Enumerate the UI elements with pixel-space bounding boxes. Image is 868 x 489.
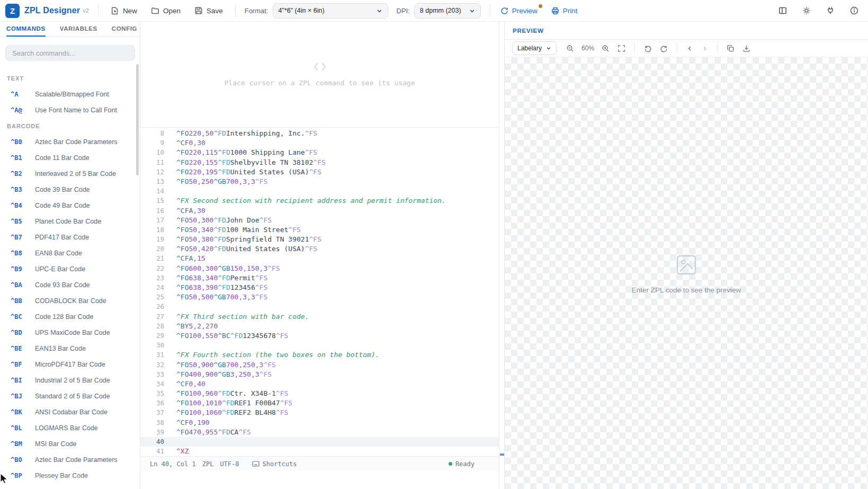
shortcuts-button[interactable]: Shortcuts bbox=[252, 460, 297, 468]
command-item[interactable]: ^AScalable/Bitmapped Font bbox=[0, 86, 140, 102]
command-item[interactable]: ^BJStandard 2 of 5 Bar Code bbox=[0, 388, 140, 404]
new-button[interactable]: New bbox=[108, 4, 140, 17]
command-item[interactable]: ^BPPlessey Bar Code bbox=[0, 468, 140, 484]
command-item[interactable]: ^BDUPS MaxiCode Bar Code bbox=[0, 325, 140, 341]
code-line[interactable]: 37^FO100,1060^FDREF2 BL4H8^FS bbox=[140, 408, 499, 417]
code-line[interactable]: 14 bbox=[140, 186, 499, 196]
command-item[interactable]: ^BACode 93 Bar Code bbox=[0, 277, 140, 293]
command-item[interactable]: ^BBCODABLOCK Bar Code bbox=[0, 293, 140, 309]
command-item[interactable]: ^A@Use Font Name to Call Font bbox=[0, 102, 140, 118]
command-item[interactable]: ^BOAztec Bar Code Parameters bbox=[0, 452, 140, 468]
code-line[interactable]: 31^FX Fourth section (the two boxes on t… bbox=[140, 350, 499, 360]
tab-commands[interactable]: COMMANDS bbox=[6, 22, 46, 37]
code-area[interactable]: 8^FO220,50^FDIntershipping, Inc.^FS9^CF0… bbox=[140, 128, 499, 456]
theme-toggle-button[interactable] bbox=[800, 4, 813, 17]
command-item[interactable]: ^B4Code 49 Bar Code bbox=[0, 198, 140, 214]
command-item[interactable]: ^B3Code 39 Bar Code bbox=[0, 182, 140, 198]
code-line[interactable]: 17^FO50,300^FDJohn Doe^FS bbox=[140, 216, 499, 225]
tab-config[interactable]: CONFIG bbox=[112, 22, 137, 37]
code-line[interactable]: 11^FO220,155^FDShelbyville TN 38102^FS bbox=[140, 158, 499, 167]
editor-overview-ruler[interactable] bbox=[499, 22, 504, 489]
code-line[interactable]: 40 bbox=[140, 437, 499, 447]
command-item[interactable]: ^BEEAN13 Bar Code bbox=[0, 341, 140, 357]
code-line[interactable]: 27^FX Third section with bar code. bbox=[140, 312, 499, 322]
code-line[interactable]: 10^FO220,115^FD1000 Shipping Lane^FS bbox=[140, 148, 499, 157]
undo-button[interactable] bbox=[642, 43, 654, 54]
save-button[interactable]: Save bbox=[191, 4, 226, 17]
command-item[interactable]: ^B5Planet Code Bar Code bbox=[0, 214, 140, 229]
code-line[interactable]: 33^FO400,900^GB3,250,3^FS bbox=[140, 370, 499, 379]
print-button[interactable]: Print bbox=[550, 5, 579, 17]
command-label: Aztec Bar Code Parameters bbox=[35, 456, 118, 464]
format-select[interactable]: 4"*6" (4in × 6in) bbox=[273, 3, 388, 19]
code-line[interactable]: 15^FX Second section with recipient addr… bbox=[140, 196, 499, 206]
command-item[interactable]: ^BFMicroPDF417 Bar Code bbox=[0, 357, 140, 372]
code-line[interactable]: 38^CF0,190 bbox=[140, 418, 499, 428]
code-line[interactable]: 30 bbox=[140, 341, 499, 350]
code-line[interactable]: 25^FO50,500^GB700,3,3^FS bbox=[140, 292, 499, 302]
command-label: Code 11 Bar Code bbox=[35, 154, 90, 162]
command-item[interactable]: ^BLLOGMARS Bar Code bbox=[0, 420, 140, 436]
code-line[interactable]: 35^FO100,960^FDCtr. X34B-1^FS bbox=[140, 389, 499, 398]
dpi-select[interactable]: 8 dpmm (203) bbox=[414, 3, 481, 19]
code-line[interactable]: 28^BY5,2,270 bbox=[140, 322, 499, 331]
code-line[interactable]: 36^FO100,1010^FDREF1 F00B47^FS bbox=[140, 398, 499, 408]
download-button[interactable] bbox=[741, 43, 752, 54]
code-line[interactable]: 21^CFA,15 bbox=[140, 254, 499, 263]
command-item[interactable]: ^B2Interleaved 2 of 5 Bar Code bbox=[0, 166, 140, 182]
command-code: ^BJ bbox=[11, 393, 35, 400]
code-line[interactable]: 23^FO638,340^FDPermit^FS bbox=[140, 273, 499, 283]
code-line[interactable]: 39^FO470,955^FDCA^FS bbox=[140, 428, 499, 437]
code-line[interactable]: 41^XZ bbox=[140, 447, 499, 456]
next-label-button[interactable] bbox=[700, 43, 710, 54]
preview-button[interactable]: Preview bbox=[499, 5, 539, 17]
code-line[interactable]: 18^FO50,340^FD100 Main Street^FS bbox=[140, 225, 499, 235]
command-item[interactable]: ^BMMSI Bar Code bbox=[0, 436, 140, 452]
line-number: 34 bbox=[140, 379, 164, 389]
render-engine-select[interactable]: Labelary bbox=[512, 41, 557, 55]
zoom-in-button[interactable] bbox=[600, 43, 611, 54]
code-line[interactable]: 12^FO220,195^FDUnited States (USA)^FS bbox=[140, 167, 499, 177]
command-item[interactable]: ^B0Aztec Bar Code Parameters bbox=[0, 134, 140, 150]
command-item[interactable]: ^BCCode 128 Bar Code bbox=[0, 309, 140, 325]
command-code: ^B8 bbox=[11, 250, 35, 257]
code-editor-panel: Place cursor on a ZPL command to see its… bbox=[140, 22, 499, 489]
command-code: ^BD bbox=[11, 329, 35, 336]
copy-button[interactable] bbox=[725, 43, 736, 54]
command-item[interactable]: ^B1Code 11 Bar Code bbox=[0, 150, 140, 166]
code-line[interactable]: 24^FO638,390^FD123456^FS bbox=[140, 283, 499, 292]
code-line[interactable]: 22^FO600,300^GB150,150,3^FS bbox=[140, 264, 499, 273]
code-line[interactable]: 32^FO50,900^GB700,250,3^FS bbox=[140, 360, 499, 370]
command-item[interactable]: ^B7PDF417 Bar Code bbox=[0, 229, 140, 245]
code-line[interactable]: 9^CF0,30 bbox=[140, 138, 499, 148]
code-line[interactable]: 20^FO50,420^FDUnited States (USA)^FS bbox=[140, 244, 499, 254]
tab-variables[interactable]: VARIABLES bbox=[60, 22, 97, 37]
code-line[interactable]: 26 bbox=[140, 302, 499, 312]
command-item[interactable]: ^BKANSI Codabar Bar Code bbox=[0, 404, 140, 420]
previous-label-button[interactable] bbox=[685, 43, 695, 54]
code-line[interactable]: 19^FO50,380^FDSpringfield TN 39021^FS bbox=[140, 235, 499, 244]
search-input[interactable] bbox=[5, 45, 135, 61]
command-item[interactable]: ^BIIndustrial 2 of 5 Bar Code bbox=[0, 372, 140, 388]
redo-button[interactable] bbox=[658, 43, 669, 54]
printer-connect-button[interactable] bbox=[824, 4, 837, 17]
command-item[interactable]: ^B8EAN8 Bar Code bbox=[0, 245, 140, 261]
zoom-out-button[interactable] bbox=[565, 43, 576, 54]
open-button[interactable]: Open bbox=[148, 4, 184, 17]
sidebar-scrollbar[interactable] bbox=[136, 64, 139, 175]
info-button[interactable] bbox=[848, 4, 861, 17]
code-line[interactable]: 34^CF0,40 bbox=[140, 379, 499, 389]
code-line[interactable]: 13^FO50,250^GB700,3,3^FS bbox=[140, 177, 499, 186]
command-label: Standard 2 of 5 Bar Code bbox=[35, 393, 110, 400]
code-line[interactable]: 29^FO100,550^BC^FD12345678^FS bbox=[140, 331, 499, 341]
line-content: ^FO50,900^GB700,250,3^FS bbox=[164, 360, 276, 370]
line-number: 23 bbox=[140, 273, 164, 283]
fit-screen-button[interactable] bbox=[616, 43, 627, 54]
command-code: ^A bbox=[11, 91, 35, 98]
encoding[interactable]: UTF-8 bbox=[220, 460, 239, 468]
code-line[interactable]: 16^CFA,30 bbox=[140, 206, 499, 216]
command-item[interactable]: ^B9UPC-E Bar Code bbox=[0, 261, 140, 277]
language-mode[interactable]: ZPL bbox=[202, 460, 214, 468]
toggle-panel-button[interactable] bbox=[776, 4, 789, 17]
code-line[interactable]: 8^FO220,50^FDIntershipping, Inc.^FS bbox=[140, 129, 499, 138]
